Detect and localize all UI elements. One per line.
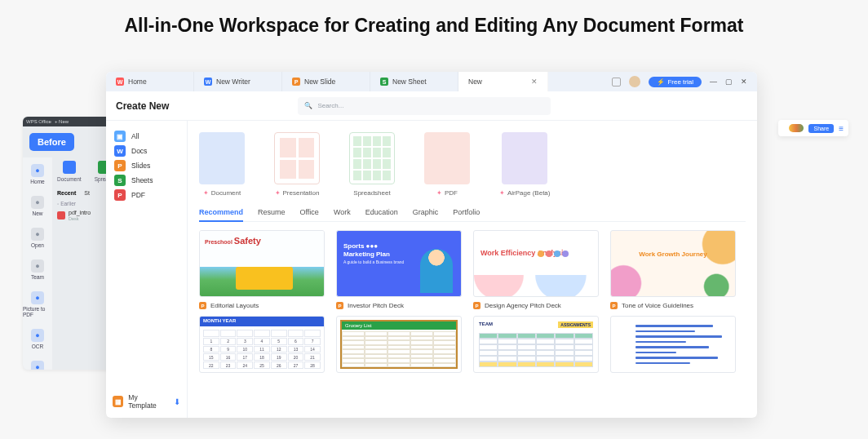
category-tab[interactable]: Resume <box>258 208 286 216</box>
before-rail-item[interactable]: ●OCR <box>31 329 44 349</box>
page-title: Create New <box>116 100 169 112</box>
template-card[interactable]: Work Growth JourneyPTone of Voice Guidel… <box>610 230 736 309</box>
doc-type[interactable]: ✦Document <box>199 132 245 197</box>
template-thumb: Preschool Safety <box>199 230 325 297</box>
template-card[interactable]: MONTH YEAR123456789101112131415161718192… <box>199 316 325 373</box>
template-card[interactable]: Preschool SafetyPEditorial Layouts <box>199 230 325 309</box>
sidebar-item[interactable]: PSlides <box>113 158 180 173</box>
free-trial-button[interactable]: ⚡ Free trial <box>649 77 702 87</box>
window-tabs: WHomeWNew WriterPNew SlideSNew SheetNew✕… <box>106 72 757 91</box>
template-card[interactable] <box>610 316 736 373</box>
template-label: Tone of Voice Guidelines <box>622 302 693 309</box>
before-rail-item[interactable]: ●Picture to PDF <box>23 291 52 317</box>
tab-label: Home <box>128 78 147 86</box>
category-tab[interactable]: Work <box>334 208 351 216</box>
sidebar-icon: P <box>114 189 126 201</box>
rail-label: Picture to PDF <box>23 306 52 317</box>
before-rail-item[interactable]: ●Home <box>30 164 44 184</box>
doc-type-thumb <box>424 132 470 184</box>
doc-type-label: ✦AirPage (Beta) <box>499 189 550 197</box>
template-card[interactable]: Work Efficiency AnalysisPDesign Agency P… <box>473 230 599 309</box>
sidebar-item[interactable]: PPDF <box>113 188 180 202</box>
doc-type-label: Spreadsheet <box>353 189 390 197</box>
before-quick-item[interactable]: Document <box>57 161 82 182</box>
window-tab[interactable]: WNew Writer <box>194 72 282 91</box>
rail-icon: ● <box>31 329 44 342</box>
template-thumb: Grocery List <box>336 316 462 373</box>
doc-type[interactable]: ✦PDF <box>424 132 470 197</box>
ai-icon: ✦ <box>275 189 281 197</box>
category-tab[interactable]: Office <box>300 208 319 216</box>
template-card[interactable]: TEAMASSIGNMENTS <box>473 316 599 373</box>
window-tab[interactable]: WHome <box>106 72 194 91</box>
template-type-icon: P <box>610 302 618 309</box>
sidebar-label: Slides <box>131 162 150 170</box>
before-tab-st[interactable]: St <box>84 190 90 196</box>
doc-type-label: ✦Presentation <box>275 189 320 197</box>
rail-icon: ● <box>31 228 44 241</box>
window-tabs-container: WHomeWNew WriterPNew SlideSNew SheetNew✕ <box>106 72 548 91</box>
before-earlier: Earlier <box>60 201 76 206</box>
window-tab[interactable]: New✕ <box>458 72 548 91</box>
before-tab-new: + New <box>55 119 69 124</box>
doc-type-thumb <box>274 132 320 184</box>
window-tab[interactable]: SNew Sheet <box>370 72 458 91</box>
menu-icon[interactable]: ≡ <box>839 124 844 133</box>
close-icon[interactable]: ✕ <box>741 78 747 86</box>
doc-type[interactable]: ✦AirPage (Beta) <box>499 132 550 197</box>
before-rail-item[interactable]: ●Open <box>31 228 44 248</box>
rail-icon: ● <box>31 361 44 370</box>
category-tab[interactable]: Graphic <box>413 208 439 216</box>
tab-label: New <box>468 78 482 86</box>
before-tab-recent[interactable]: Recent <box>57 190 76 196</box>
template-type-icon: P <box>473 302 480 309</box>
template-thumb: Work Growth Journey <box>610 230 736 297</box>
window-tab[interactable]: PNew Slide <box>282 72 370 91</box>
tab-icon: W <box>116 78 124 86</box>
before-file-name: pdf_intro <box>69 210 91 215</box>
search-input[interactable]: 🔍 Search... <box>298 97 551 115</box>
sidebar-item[interactable]: WDocs <box>113 144 180 158</box>
template-thumb: TEAMASSIGNMENTS <box>473 316 599 373</box>
search-placeholder: Search... <box>317 102 343 109</box>
free-trial-label: Free trial <box>667 78 693 86</box>
before-rail-item[interactable]: ●PDF to Word <box>23 361 52 370</box>
sidebar-icon: W <box>114 145 126 157</box>
category-tab[interactable]: Recommend <box>199 208 243 222</box>
sidebar-icon: S <box>114 175 126 186</box>
rail-icon: ● <box>31 291 44 304</box>
tab-icon: W <box>204 78 212 86</box>
tab-close-icon[interactable]: ✕ <box>531 78 538 86</box>
category-tab[interactable]: Portfolio <box>453 208 480 216</box>
ai-icon: ✦ <box>436 189 442 197</box>
template-card[interactable]: Grocery List <box>336 316 462 373</box>
doc-type[interactable]: ✦Presentation <box>274 132 320 197</box>
my-template-button[interactable]: ▦ My Template ⬇ <box>113 393 180 410</box>
before-rail-item[interactable]: ●New <box>31 196 44 216</box>
template-card[interactable]: Sports ●●●Marketing PlanA guide to build… <box>336 230 462 309</box>
category-tab[interactable]: Education <box>365 208 398 216</box>
rail-label: New <box>32 211 42 216</box>
layout-icon[interactable] <box>612 78 621 86</box>
template-thumb: Work Efficiency Analysis <box>473 230 599 297</box>
doc-type-thumb <box>199 132 245 184</box>
avatar[interactable] <box>629 76 640 87</box>
before-rail-item[interactable]: ●Team <box>31 259 44 280</box>
download-icon: ⬇ <box>174 397 180 406</box>
sidebar-item[interactable]: SSheets <box>113 173 180 188</box>
template-label: Design Agency Pitch Deck <box>485 302 561 309</box>
template-thumb: Sports ●●●Marketing PlanA guide to build… <box>336 230 462 297</box>
sidebar-item[interactable]: ▣All <box>113 129 180 144</box>
share-button[interactable]: Share <box>808 124 834 133</box>
minimize-icon[interactable]: — <box>710 78 717 86</box>
doc-type[interactable]: Spreadsheet <box>349 132 395 197</box>
rail-icon: ● <box>31 164 44 177</box>
before-file-sub: Desk <box>69 216 79 221</box>
sidebar-icon: ▣ <box>114 131 126 142</box>
rail-label: Open <box>31 242 44 248</box>
doc-type-thumb <box>502 132 547 184</box>
maximize-icon[interactable]: ▢ <box>725 78 733 86</box>
template-label: Editorial Layouts <box>210 302 259 309</box>
before-badge: Before <box>29 133 74 151</box>
sidebar-icon: P <box>114 160 126 171</box>
